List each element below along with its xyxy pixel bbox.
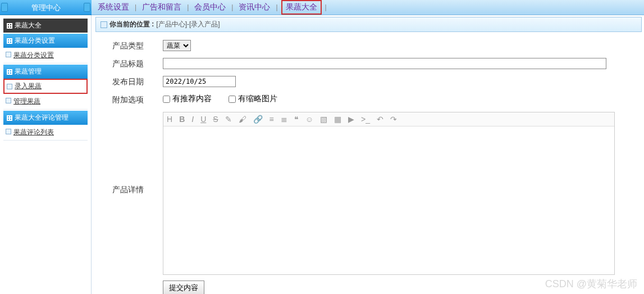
rich-text-editor: HBIUS✎🖌🔗≡≣❝☺▧▦▶>_↶↷ <box>163 112 615 275</box>
editor-table-icon[interactable]: ▦ <box>334 115 341 124</box>
grid-icon <box>7 38 12 44</box>
editor-redo-icon[interactable]: ↷ <box>390 115 397 124</box>
topnav-item-0[interactable]: 系统设置 <box>95 2 131 12</box>
publish-date-input[interactable] <box>163 76 236 87</box>
grid-icon <box>7 69 12 75</box>
submit-button[interactable]: 提交内容 <box>163 281 204 294</box>
editor-italic-icon[interactable]: I <box>191 115 194 124</box>
editor-heading-icon[interactable]: H <box>167 115 172 124</box>
sidebar-item-1-1[interactable]: 管理果蔬 <box>3 94 88 110</box>
topnav-item-2[interactable]: 会员中心 <box>192 2 228 12</box>
thumbnail-checkbox-label[interactable]: 有缩略图片 <box>229 94 277 104</box>
editor-list-ul-icon[interactable]: ≡ <box>270 115 274 124</box>
breadcrumb-path: [产品中心]-[录入产品] <box>156 20 220 29</box>
product-title-input[interactable] <box>163 58 606 69</box>
editor-underline-icon[interactable]: U <box>200 115 206 124</box>
editor-emoji-icon[interactable]: ☺ <box>305 115 313 124</box>
product-type-select[interactable]: 蔬菜 <box>163 40 191 51</box>
topnav-item-4[interactable]: 果蔬大全 <box>281 0 322 15</box>
topnav-item-3[interactable]: 资讯中心 <box>236 2 272 12</box>
product-type-label: 产品类型 <box>95 40 163 51</box>
product-detail-label: 产品详情 <box>95 112 163 195</box>
editor-strike-icon[interactable]: S <box>213 115 218 124</box>
editor-video-icon[interactable]: ▶ <box>348 115 354 124</box>
editor-code-icon[interactable]: >_ <box>361 115 370 124</box>
breadcrumb-icon <box>101 21 107 28</box>
editor-image-icon[interactable]: ▧ <box>320 115 327 124</box>
editor-edit-icon[interactable]: ✎ <box>225 115 232 124</box>
sidebar-section-2[interactable]: 果蔬大全评论管理 <box>3 111 88 125</box>
editor-quote-icon[interactable]: ❝ <box>294 115 299 124</box>
top-nav: 系统设置|广告和留言|会员中心|资讯中心|果蔬大全| <box>0 0 644 15</box>
editor-bold-icon[interactable]: B <box>179 115 185 124</box>
editor-undo-icon[interactable]: ↶ <box>377 115 383 124</box>
editor-link-icon[interactable]: 🔗 <box>253 115 263 124</box>
mgmt-center-header: 管理中心 <box>0 0 92 15</box>
editor-brush-icon[interactable]: 🖌 <box>239 115 246 124</box>
sidebar-section-1[interactable]: 果蔬管理 <box>3 65 88 79</box>
sidebar-item-1-0[interactable]: 录入果蔬 <box>3 79 88 94</box>
recommend-checkbox[interactable] <box>163 96 170 103</box>
recommend-checkbox-label[interactable]: 有推荐内容 <box>163 94 212 104</box>
handle-right-icon <box>84 3 90 12</box>
breadcrumb-label: 你当前的位置 : <box>109 20 154 29</box>
thumbnail-checkbox[interactable] <box>229 96 236 103</box>
breadcrumb: 你当前的位置 : [产品中心]-[录入产品] <box>95 17 642 32</box>
sidebar-root-label: 果蔬大全 <box>15 21 42 30</box>
product-title-label: 产品标题 <box>95 58 163 69</box>
sidebar-item-2-0[interactable]: 果蔬评论列表 <box>3 125 88 141</box>
mgmt-center-title: 管理中心 <box>31 3 61 12</box>
topnav-item-1[interactable]: 广告和留言 <box>140 2 184 12</box>
sidebar-item-0-0[interactable]: 果蔬分类设置 <box>3 48 88 64</box>
editor-toolbar: HBIUS✎🖌🔗≡≣❝☺▧▦▶>_↶↷ <box>163 112 614 126</box>
editor-list-ol-icon[interactable]: ≣ <box>281 115 287 124</box>
grid-icon <box>7 115 12 121</box>
editor-textarea[interactable] <box>163 126 614 273</box>
sidebar-section-0[interactable]: 果蔬分类设置 <box>3 34 88 48</box>
grid-icon <box>7 23 12 29</box>
handle-left-icon <box>1 3 8 12</box>
sidebar-root[interactable]: 果蔬大全 <box>3 19 88 33</box>
extra-options-label: 附加选项 <box>95 94 163 105</box>
publish-date-label: 发布日期 <box>95 76 163 87</box>
